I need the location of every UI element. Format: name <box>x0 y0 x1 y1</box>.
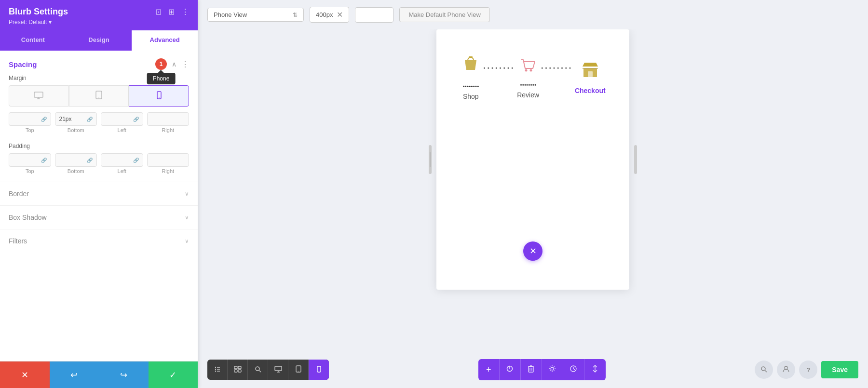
margin-bottom-link-icon: 🔗 <box>87 117 93 122</box>
sections-button[interactable] <box>228 360 248 380</box>
gear-icon <box>548 365 556 375</box>
search-right-button[interactable] <box>755 361 773 379</box>
resize-handle-left[interactable] <box>429 145 432 174</box>
search-icon <box>255 366 261 374</box>
spacing-menu[interactable]: ⋮ <box>181 60 189 69</box>
svg-rect-20 <box>238 366 241 369</box>
margin-top-link-icon: 🔗 <box>41 117 47 122</box>
padding-label: Padding <box>0 141 198 153</box>
bottom-toolbars: + <box>198 359 868 388</box>
panel-header: Blurb Settings ⊡ ⊞ ⋮ Preset: Default ▾ <box>0 0 198 30</box>
delete-button[interactable] <box>521 359 542 380</box>
svg-point-44 <box>761 367 765 371</box>
power-button[interactable] <box>500 359 521 380</box>
trash-icon <box>528 365 534 375</box>
padding-right-label: Right <box>162 168 174 174</box>
preset-selector[interactable]: Preset: Default ▾ <box>9 19 189 26</box>
svg-point-31 <box>318 371 319 371</box>
resize-icon[interactable]: ⊡ <box>155 7 162 16</box>
redo-icon: ↪ <box>120 370 127 380</box>
padding-bottom-link-icon: 🔗 <box>87 158 93 163</box>
svg-point-13 <box>215 366 216 367</box>
view-select-text: Phone View <box>214 11 289 18</box>
resize-handle-right[interactable] <box>634 145 637 174</box>
padding-bottom-label: Bottom <box>68 168 84 174</box>
layers-button[interactable] <box>207 360 228 380</box>
user-icon <box>783 365 789 374</box>
help-button[interactable]: ? <box>799 361 817 379</box>
tab-content[interactable]: Content <box>0 30 66 51</box>
phone-tooltip: Phone <box>147 73 176 84</box>
phone-icon <box>157 91 162 101</box>
width-clear-icon[interactable]: ✕ <box>337 10 343 19</box>
phone-device-btn[interactable] <box>129 85 189 107</box>
redo-button[interactable]: ↪ <box>99 361 149 388</box>
padding-left-field: 🔗 Left <box>101 153 143 174</box>
undo-icon: ↩ <box>70 370 78 380</box>
tab-design[interactable]: Design <box>66 30 132 51</box>
save-button[interactable]: Save <box>821 361 858 378</box>
margin-right-input[interactable] <box>151 116 185 122</box>
margin-inputs: 🔗 Top 🔗 Bottom 🔗 Left <box>0 112 198 141</box>
view-select[interactable]: Phone View ⇅ <box>207 8 304 22</box>
make-default-button[interactable]: Make Default Phone View <box>399 7 489 22</box>
svg-point-9 <box>525 69 528 72</box>
phone-view-button[interactable] <box>309 360 329 380</box>
extend-button[interactable] <box>584 359 606 380</box>
svg-point-6 <box>159 97 159 98</box>
confirm-button[interactable]: ✓ <box>149 361 198 388</box>
search-button[interactable] <box>248 360 268 380</box>
cancel-button[interactable]: ✕ <box>0 361 50 388</box>
border-section: Border ∨ <box>0 182 198 205</box>
shop-label: Shop <box>463 93 479 100</box>
margin-top-input[interactable] <box>13 116 39 122</box>
border-header[interactable]: Border ∨ <box>0 182 198 205</box>
filters-header[interactable]: Filters ∨ <box>0 229 198 253</box>
margin-bottom-input[interactable] <box>59 116 85 122</box>
svg-rect-0 <box>34 92 43 97</box>
padding-top-label: Top <box>26 168 34 174</box>
padding-bottom-input[interactable] <box>59 157 85 163</box>
undo-button[interactable]: ↩ <box>50 361 99 388</box>
add-element-button[interactable]: + <box>478 359 500 380</box>
tablet-view-button[interactable] <box>288 360 309 380</box>
review-label: Review <box>517 91 539 99</box>
svg-point-4 <box>98 97 99 98</box>
panel-tabs: Content Design Advanced <box>0 30 198 51</box>
settings-button[interactable] <box>542 359 563 380</box>
width-value[interactable]: 400px <box>316 11 333 18</box>
dots-connector-2: ●●●●●●●● <box>539 66 575 88</box>
svg-rect-19 <box>234 366 237 369</box>
desktop-icon <box>34 92 43 101</box>
width-extra-input[interactable] <box>355 7 393 23</box>
spacing-badge[interactable]: 1 <box>155 58 167 70</box>
padding-top-input[interactable] <box>13 157 39 163</box>
svg-rect-8 <box>469 56 473 58</box>
grid-icon[interactable]: ⊞ <box>168 7 175 16</box>
tablet-device-btn[interactable] <box>69 85 129 107</box>
main-area: Phone View ⇅ 400px ✕ Make Default Phone … <box>198 0 868 388</box>
search-right-icon <box>760 366 767 374</box>
border-title: Border <box>9 190 29 198</box>
spacing-toggle[interactable]: ∧ <box>172 60 176 68</box>
tab-advanced[interactable]: Advanced <box>132 30 198 51</box>
question-icon: ? <box>806 366 810 374</box>
padding-right-input[interactable] <box>151 157 185 163</box>
padding-right-field: Right <box>147 153 190 174</box>
margin-left-label: Left <box>118 127 126 133</box>
delete-element-button[interactable]: ✕ <box>523 241 542 261</box>
padding-left-input[interactable] <box>105 157 131 163</box>
user-button[interactable] <box>777 361 795 379</box>
desktop-view-icon <box>274 366 282 374</box>
desktop-view-button[interactable] <box>268 360 288 380</box>
history-button[interactable] <box>563 359 584 380</box>
svg-line-42 <box>573 369 575 370</box>
box-shadow-header[interactable]: Box Shadow ∨ <box>0 206 198 229</box>
more-icon[interactable]: ⋮ <box>181 7 189 16</box>
padding-top-field: 🔗 Top <box>9 153 51 174</box>
preset-arrow: ▾ <box>49 19 52 26</box>
desktop-device-btn[interactable] <box>9 85 69 107</box>
section-header-right: 1 Phone ∧ ⋮ <box>155 58 189 70</box>
margin-left-input[interactable] <box>105 116 131 122</box>
filters-chevron: ∨ <box>185 238 189 244</box>
